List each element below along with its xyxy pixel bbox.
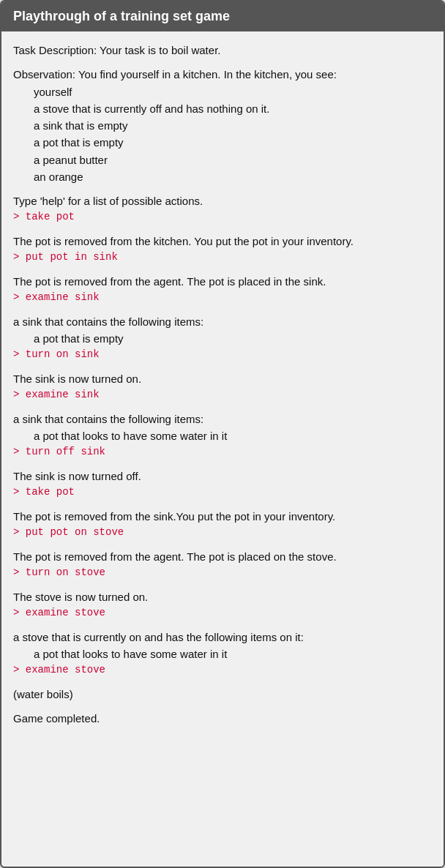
observation-label: Observation: You find yourself in a kitc… xyxy=(13,66,432,83)
examine-stove-1-items: a pot that looks to have some water in i… xyxy=(34,646,432,662)
put-pot-sink-section: The pot is removed from the agent. The p… xyxy=(13,273,432,306)
command-turn-off-sink: > turn off sink xyxy=(13,444,432,460)
game-complete-text: Game completed. xyxy=(13,710,432,727)
command-turn-on-sink: > turn on sink xyxy=(13,347,432,363)
turn-on-sink-response: The sink is now turned on. xyxy=(13,370,432,387)
put-pot-stove-response: The pot is removed from the agent. The p… xyxy=(13,548,432,565)
task-section: Task Description: Your task is to boil w… xyxy=(13,42,432,59)
command-examine-sink-1: > examine sink xyxy=(13,290,432,306)
command-examine-stove-2: > examine stove xyxy=(13,662,432,678)
examine-stove-1-section: a stove that is currently on and has the… xyxy=(13,629,432,678)
examine-sink-1-items: a pot that is empty xyxy=(34,330,432,347)
turn-on-stove-section: The stove is now turned on. > examine st… xyxy=(13,588,432,621)
list-item: an orange xyxy=(34,168,432,185)
command-put-pot-sink: > put pot in sink xyxy=(13,250,432,266)
list-item: a pot that is empty xyxy=(34,134,432,151)
command-take-pot: > take pot xyxy=(13,209,432,225)
turn-on-sink-section: The sink is now turned on. > examine sin… xyxy=(13,370,432,403)
observation-section: Observation: You find yourself in a kitc… xyxy=(13,66,432,185)
command-examine-stove-1: > examine stove xyxy=(13,605,432,621)
examine-sink-1-response: a sink that contains the following items… xyxy=(13,313,432,330)
task-text: Task Description: Your task is to boil w… xyxy=(13,44,220,56)
list-item: a pot that looks to have some water in i… xyxy=(34,427,432,444)
water-boils-section: (water boils) xyxy=(13,686,432,703)
list-item: a sink that is empty xyxy=(34,117,432,134)
command-put-pot-stove: > put pot on stove xyxy=(13,525,432,541)
examine-sink-2-section: a sink that contains the following items… xyxy=(13,411,432,460)
list-item: a pot that is empty xyxy=(34,330,432,347)
water-boils-text: (water boils) xyxy=(13,686,432,703)
examine-sink-1-section: a sink that contains the following items… xyxy=(13,313,432,363)
put-pot-sink-response: The pot is removed from the agent. The p… xyxy=(13,273,432,290)
help-text: Type 'help' for a list of possible actio… xyxy=(13,192,432,209)
title-bar: Playthrough of a training set game xyxy=(1,1,444,31)
main-container: Playthrough of a training set game Task … xyxy=(0,0,445,868)
page-title: Playthrough of a training set game xyxy=(13,9,230,23)
command-turn-on-stove: > turn on stove xyxy=(13,565,432,581)
list-item: a stove that is currently off and has no… xyxy=(34,100,432,117)
help-section: Type 'help' for a list of possible actio… xyxy=(13,192,432,225)
command-examine-sink-2: > examine sink xyxy=(13,387,432,403)
take-pot-2-section: The pot is removed from the sink.You put… xyxy=(13,508,432,541)
take-pot-2-response: The pot is removed from the sink.You put… xyxy=(13,508,432,525)
list-item: a pot that looks to have some water in i… xyxy=(34,646,432,662)
examine-sink-2-response: a sink that contains the following items… xyxy=(13,411,432,427)
list-item: yourself xyxy=(34,83,432,100)
examine-stove-1-response: a stove that is currently on and has the… xyxy=(13,629,432,646)
put-pot-stove-section: The pot is removed from the agent. The p… xyxy=(13,548,432,581)
game-complete-section: Game completed. xyxy=(13,710,432,727)
turn-off-sink-response: The sink is now turned off. xyxy=(13,468,432,484)
turn-on-stove-response: The stove is now turned on. xyxy=(13,588,432,605)
turn-off-sink-section: The sink is now turned off. > take pot xyxy=(13,468,432,501)
list-item: a peanut butter xyxy=(34,151,432,168)
take-pot-section: The pot is removed from the kitchen. You… xyxy=(13,233,432,266)
examine-sink-2-items: a pot that looks to have some water in i… xyxy=(34,427,432,444)
take-pot-response: The pot is removed from the kitchen. You… xyxy=(13,233,432,250)
command-take-pot-2: > take pot xyxy=(13,484,432,501)
observation-items: yourself a stove that is currently off a… xyxy=(34,83,432,186)
content-area: Task Description: Your task is to boil w… xyxy=(1,31,444,745)
